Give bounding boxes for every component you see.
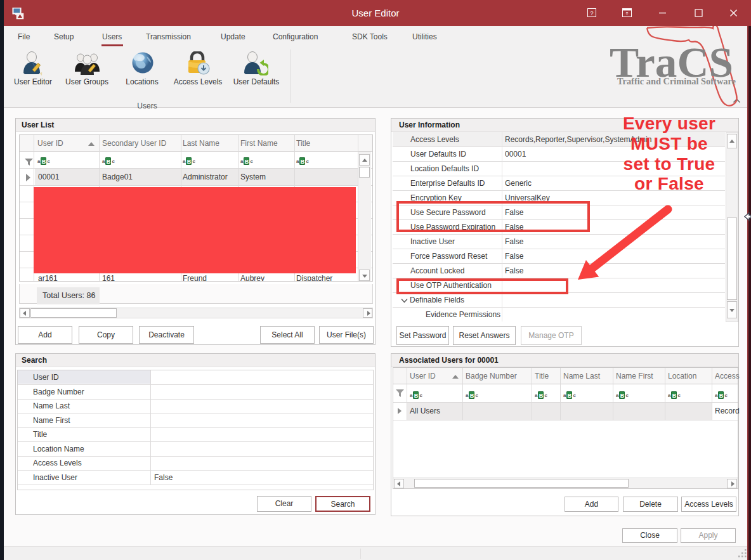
svg-text:?: ?: [590, 10, 593, 16]
svg-text:Traffic and Criminal Software: Traffic and Criminal Software: [617, 75, 736, 86]
